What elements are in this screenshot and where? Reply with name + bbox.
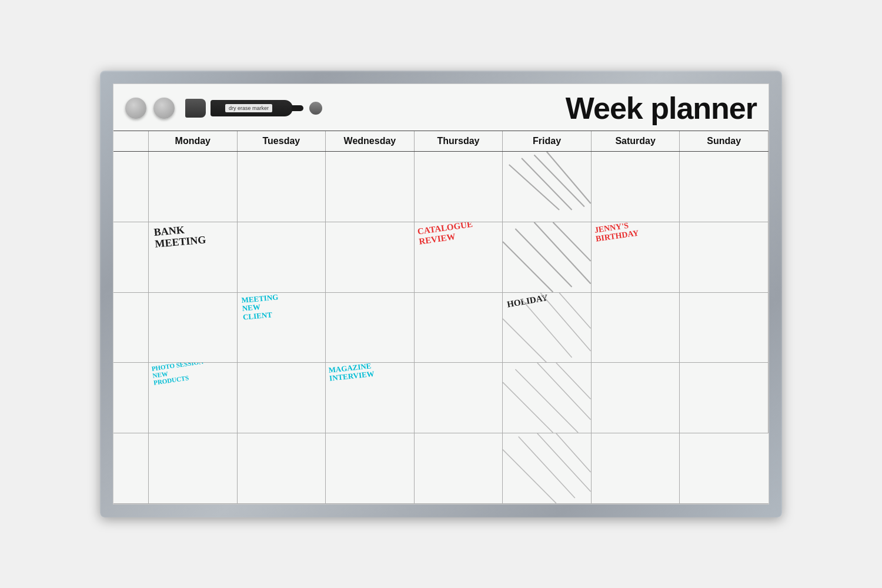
cell-r4-monday[interactable]	[149, 433, 238, 504]
header-sunday: Sunday	[680, 131, 769, 151]
cell-r0-saturday[interactable]	[592, 152, 680, 222]
svg-line-12	[503, 382, 553, 433]
board-title: Week planner	[566, 91, 757, 126]
cell-r4-wednesday[interactable]	[326, 433, 415, 504]
svg-line-16	[503, 450, 556, 503]
cell-r2-monday[interactable]	[149, 293, 238, 363]
cell-r3-wednesday[interactable]: MAGAZINEINTERVIEW	[326, 363, 415, 433]
whiteboard-frame: dry erase marker Week planner Monday Tue…	[100, 71, 782, 517]
marker-tip	[292, 105, 303, 111]
cell-r1-friday[interactable]	[503, 222, 592, 293]
svg-line-1	[522, 158, 572, 210]
cell-r0-friday[interactable]	[503, 152, 592, 222]
friday-diag-r1	[503, 222, 591, 292]
entry-magazine-interview: MAGAZINEINTERVIEW	[328, 363, 375, 383]
cell-r3-tuesday[interactable]	[238, 363, 326, 433]
cell-r1-monday[interactable]: BANKMEETING	[149, 222, 238, 293]
svg-line-15	[556, 363, 591, 399]
cell-r0-tuesday[interactable]	[238, 152, 326, 222]
header-tuesday: Tuesday	[238, 131, 326, 151]
cell-r3-friday[interactable]	[503, 363, 592, 433]
magnet-left	[125, 98, 146, 119]
svg-line-2	[534, 155, 584, 206]
calendar-area: Monday Tuesday Wednesday Thursday Friday…	[113, 131, 769, 504]
svg-line-6	[534, 222, 591, 283]
marker-label: dry erase marker	[225, 104, 272, 112]
header-wednesday: Wednesday	[326, 131, 415, 151]
row-label-3	[113, 363, 149, 433]
header-empty	[113, 131, 149, 151]
cell-r0-thursday[interactable]	[415, 152, 503, 222]
cell-r4-sunday[interactable]	[680, 433, 769, 504]
cell-r2-saturday[interactable]	[592, 293, 680, 363]
days-header-row: Monday Tuesday Wednesday Thursday Friday…	[113, 131, 769, 152]
header-saturday: Saturday	[592, 131, 680, 151]
marker-area: dry erase marker	[186, 99, 322, 118]
svg-line-3	[547, 152, 591, 203]
cell-r1-saturday[interactable]: JENNY'SBIRTHDAY	[592, 222, 680, 293]
entry-jennys-birthday: JENNY'SBIRTHDAY	[594, 222, 639, 243]
friday-diag-r3	[503, 363, 591, 433]
magnet-right	[153, 98, 175, 119]
cell-r2-sunday[interactable]	[680, 293, 769, 363]
friday-diag-r4	[503, 433, 591, 503]
cell-r3-saturday[interactable]	[592, 363, 680, 433]
cell-r3-monday[interactable]: PHOTO SESSIONNEWPRODUCTS	[149, 363, 238, 433]
row-label-0	[113, 152, 149, 222]
svg-line-13	[516, 369, 579, 433]
svg-line-14	[537, 363, 591, 420]
svg-line-7	[553, 222, 591, 261]
cell-r0-sunday[interactable]	[680, 152, 769, 222]
cell-r1-thursday[interactable]: CATALOGUEREVIEW	[415, 222, 503, 293]
cell-r3-sunday[interactable]	[680, 363, 769, 433]
marker-end-cap	[309, 102, 322, 115]
header-friday: Friday	[503, 131, 592, 151]
cell-r2-wednesday[interactable]	[326, 293, 415, 363]
cell-r4-tuesday[interactable]	[238, 433, 326, 504]
entry-holiday: HOLIDAY	[506, 293, 549, 309]
svg-line-9	[522, 299, 572, 358]
marker-body: dry erase marker	[211, 100, 293, 116]
svg-line-11	[559, 293, 590, 328]
svg-line-5	[516, 229, 572, 287]
cell-r0-monday[interactable]	[149, 152, 238, 222]
svg-line-8	[503, 319, 547, 363]
svg-line-0	[509, 165, 559, 210]
cell-r2-tuesday[interactable]: MEETINGNEWCLIENT	[238, 293, 326, 363]
row-label-4	[113, 433, 149, 504]
entry-photo-session: PHOTO SESSIONNEWPRODUCTS	[151, 363, 206, 386]
cell-r4-friday[interactable]	[503, 433, 592, 504]
cell-r0-wednesday[interactable]	[326, 152, 415, 222]
cell-r1-tuesday[interactable]	[238, 222, 326, 293]
cell-r4-thursday[interactable]	[415, 433, 503, 504]
cell-r3-thursday[interactable]	[415, 363, 503, 433]
svg-line-17	[519, 437, 575, 499]
header-monday: Monday	[149, 131, 238, 151]
entry-bank-meeting: BANKMEETING	[153, 222, 206, 250]
header-thursday: Thursday	[415, 131, 503, 151]
svg-line-18	[537, 433, 591, 492]
marker-cap	[185, 99, 206, 118]
cell-r1-sunday[interactable]	[680, 222, 769, 293]
entry-catalogue-review: CATALOGUEREVIEW	[417, 222, 475, 246]
svg-line-4	[503, 242, 553, 292]
row-label-2	[113, 293, 149, 363]
row-label-1	[113, 222, 149, 293]
calendar-grid: BANKMEETING CATALOGUEREVIEW	[113, 152, 769, 504]
cell-r1-wednesday[interactable]	[326, 222, 415, 293]
magnets-area	[125, 98, 175, 119]
cell-r4-saturday[interactable]	[592, 433, 680, 504]
cell-r2-friday[interactable]: HOLIDAY	[503, 293, 592, 363]
friday-diag-r0	[503, 152, 591, 222]
entry-meeting-new-client: MEETINGNEWCLIENT	[241, 293, 280, 321]
cell-r2-thursday[interactable]	[415, 293, 503, 363]
whiteboard-surface: dry erase marker Week planner Monday Tue…	[113, 83, 769, 505]
header-area: dry erase marker Week planner	[113, 84, 769, 131]
svg-line-19	[556, 433, 591, 472]
